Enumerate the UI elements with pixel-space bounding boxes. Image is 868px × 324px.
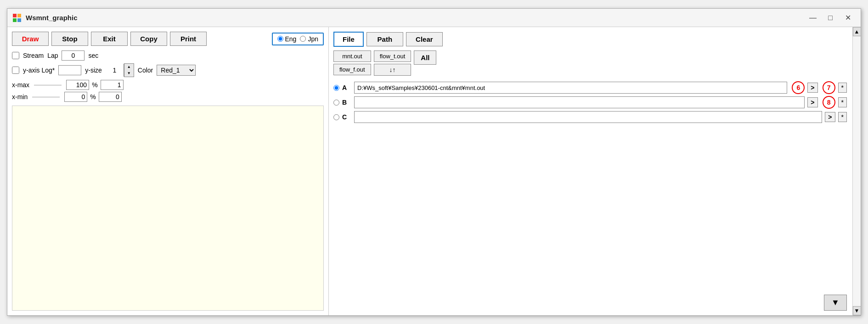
scroll-down-button[interactable]: ▼ xyxy=(853,306,861,315)
entry-a-path[interactable] xyxy=(354,82,787,94)
entry-a-radio[interactable] xyxy=(333,85,339,91)
entry-b-label: B xyxy=(342,99,351,106)
svg-rect-1 xyxy=(17,14,21,17)
xmax-label: x-max xyxy=(12,81,29,89)
color-label: Color xyxy=(138,67,153,74)
exit-button[interactable]: Exit xyxy=(91,32,128,46)
lang-eng-label[interactable]: Eng xyxy=(277,35,297,43)
file-buttons-row: mnt.out flow_f.out flow_t.out ↓↑ All xyxy=(333,50,847,76)
scroll-track xyxy=(853,36,861,306)
copy-button[interactable]: Copy xyxy=(130,32,167,46)
xmax-value-input[interactable] xyxy=(101,80,124,90)
color-select[interactable]: Red_1 Blue_1 Green_1 Black xyxy=(157,65,196,76)
file-entry-a: A 6 > 7 * xyxy=(333,81,847,94)
right-panel-inner: File Path Clear mnt.out flow_f.out flow_… xyxy=(333,32,856,311)
yaxis-checkbox[interactable] xyxy=(12,67,19,74)
lap-label: Lap xyxy=(47,52,58,59)
xmax-pct: % xyxy=(92,81,97,89)
entry-a-gt-button[interactable]: > xyxy=(807,83,817,93)
language-group: Eng Jpn xyxy=(272,33,324,45)
yaxis-row: y-axis Log* y-size ▲ ▼ Color Red_1 Blue_… xyxy=(12,63,324,77)
right-toolbar: File Path Clear xyxy=(333,32,847,47)
mnt-out-button[interactable]: mnt.out xyxy=(333,50,371,62)
entry-a-label: A xyxy=(342,84,351,91)
entry-a-star-button[interactable]: * xyxy=(838,83,847,93)
xmin-label: x-min xyxy=(12,93,28,101)
yaxis-label: y-axis Log* xyxy=(23,67,55,74)
lang-jpn-radio[interactable] xyxy=(300,36,306,42)
entry-b-path[interactable] xyxy=(354,96,805,108)
ysize-input[interactable] xyxy=(106,64,124,77)
lang-jpn-label[interactable]: Jpn xyxy=(300,35,318,43)
xmin-dash xyxy=(32,97,60,97)
stream-checkbox[interactable] xyxy=(12,52,19,59)
stream-label: Stream xyxy=(23,52,44,59)
ysize-spinner: ▲ ▼ xyxy=(106,63,134,77)
draw-button[interactable]: Draw xyxy=(12,32,49,46)
left-toolbar: Draw Stop Exit Copy Print Eng Jpn xyxy=(12,32,324,46)
svg-rect-3 xyxy=(17,18,21,22)
stream-row: Stream Lap sec xyxy=(12,50,324,61)
entry-c-gt-button[interactable]: > xyxy=(825,112,835,122)
right-panel: File Path Clear mnt.out flow_f.out flow_… xyxy=(329,27,861,315)
app-icon xyxy=(12,13,22,23)
title-bar: Wsmnt_graphic — □ ✕ xyxy=(7,9,861,27)
entry-c-radio[interactable] xyxy=(333,114,339,120)
entry-b-radio[interactable] xyxy=(333,100,339,106)
left-panel: Draw Stop Exit Copy Print Eng Jpn xyxy=(7,27,329,315)
lap-input[interactable] xyxy=(62,50,85,61)
entry-c-label: C xyxy=(342,113,351,121)
right-scrollbar: ▲ ▼ xyxy=(852,27,861,315)
main-window: Wsmnt_graphic — □ ✕ Draw Stop Exit Copy … xyxy=(7,8,861,316)
entry-c-star-button[interactable]: * xyxy=(838,112,847,122)
xmax-row: x-max % xyxy=(12,80,324,90)
bottom-controls: ▼ xyxy=(333,285,847,311)
sec-label: sec xyxy=(88,52,98,59)
file-entry-c: C > * xyxy=(333,111,847,123)
lang-eng-radio[interactable] xyxy=(277,36,283,42)
main-content: Draw Stop Exit Copy Print Eng Jpn xyxy=(7,27,861,315)
scroll-up-button[interactable]: ▲ xyxy=(853,27,861,36)
xmax-dash xyxy=(34,85,62,85)
xmin-value-input[interactable] xyxy=(99,92,122,102)
file-col-1: mnt.out flow_f.out xyxy=(333,50,371,75)
file-col-2: flow_t.out ↓↑ xyxy=(374,50,411,76)
close-button[interactable]: ✕ xyxy=(840,11,856,24)
xmin-row: x-min % xyxy=(12,92,324,102)
entry-c-path[interactable] xyxy=(354,111,822,123)
clear-button[interactable]: Clear xyxy=(406,32,443,46)
file-col-3: All xyxy=(414,50,436,65)
path-button[interactable]: Path xyxy=(366,32,403,46)
sort-button[interactable]: ↓↑ xyxy=(374,64,411,76)
canvas-area xyxy=(12,106,324,311)
flow-f-out-button[interactable]: flow_f.out xyxy=(333,64,371,75)
all-button[interactable]: All xyxy=(414,50,436,65)
xmin-pct: % xyxy=(90,93,96,101)
stop-button[interactable]: Stop xyxy=(51,32,88,46)
circle-6: 6 xyxy=(792,81,805,94)
xmax-percent-input[interactable] xyxy=(66,80,89,90)
entry-b-gt-button[interactable]: > xyxy=(807,97,817,107)
xmin-percent-input[interactable] xyxy=(64,92,87,102)
yaxis-input[interactable] xyxy=(58,65,81,75)
file-button[interactable]: File xyxy=(333,32,364,47)
file-entry-b: B > 8 * xyxy=(333,96,847,109)
circle-7: 7 xyxy=(823,81,835,94)
flow-t-out-button[interactable]: flow_t.out xyxy=(374,50,411,62)
entry-b-star-button[interactable]: * xyxy=(838,97,847,107)
print-button[interactable]: Print xyxy=(170,32,207,46)
dropdown-button[interactable]: ▼ xyxy=(824,295,847,311)
window-title: Wsmnt_graphic xyxy=(26,14,805,22)
spinner-controls: ▲ ▼ xyxy=(124,63,134,77)
spinner-up-button[interactable]: ▲ xyxy=(124,64,134,70)
minimize-button[interactable]: — xyxy=(805,11,821,24)
window-controls: — □ ✕ xyxy=(805,11,856,24)
spinner-down-button[interactable]: ▼ xyxy=(124,70,134,77)
file-entries: A 6 > 7 * B > 8 * xyxy=(333,81,847,123)
circle-8: 8 xyxy=(823,96,835,109)
maximize-button[interactable]: □ xyxy=(822,11,839,24)
svg-rect-0 xyxy=(13,14,17,17)
svg-rect-2 xyxy=(13,18,17,22)
ysize-label: y-size xyxy=(85,67,102,74)
